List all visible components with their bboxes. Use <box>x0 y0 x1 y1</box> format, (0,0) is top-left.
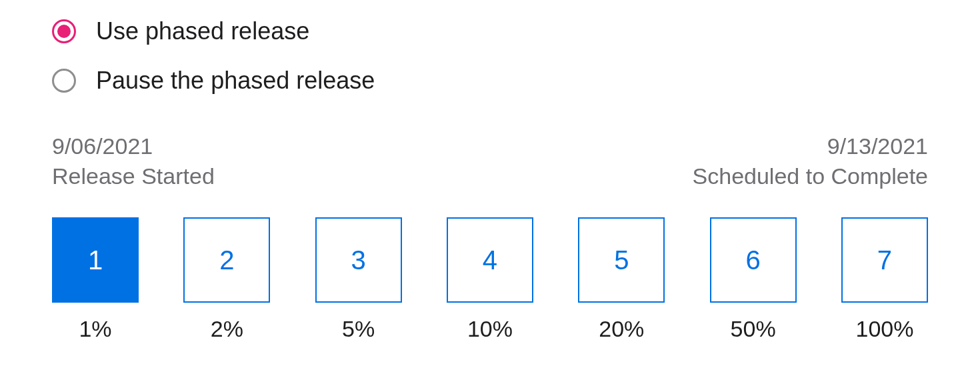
radio-pause-phased[interactable]: Pause the phased release <box>52 67 928 95</box>
day-item-5: 5 20% <box>578 217 665 342</box>
start-label: Release Started <box>52 163 215 189</box>
day-box-1[interactable]: 1 <box>52 217 139 303</box>
radio-group: Use phased release Pause the phased rele… <box>52 17 928 95</box>
day-box-4[interactable]: 4 <box>447 217 533 303</box>
end-date: 9/13/2021 <box>827 133 928 159</box>
radio-use-phased[interactable]: Use phased release <box>52 17 928 45</box>
radio-button-icon <box>52 69 76 93</box>
day-box-5[interactable]: 5 <box>578 217 665 303</box>
day-item-6: 6 50% <box>710 217 797 342</box>
day-percent-1: 1% <box>79 316 111 342</box>
day-box-2[interactable]: 2 <box>183 217 270 303</box>
radio-label-pause-phased: Pause the phased release <box>96 67 375 95</box>
end-label: Scheduled to Complete <box>693 163 928 189</box>
dates-row: 9/06/2021 Release Started 9/13/2021 Sche… <box>52 133 928 189</box>
day-item-2: 2 2% <box>183 217 270 342</box>
radio-label-use-phased: Use phased release <box>96 17 309 45</box>
day-percent-7: 100% <box>855 316 913 342</box>
release-start-info: 9/06/2021 Release Started <box>52 133 215 189</box>
day-percent-5: 20% <box>599 316 644 342</box>
day-box-7[interactable]: 7 <box>841 217 928 303</box>
day-item-1: 1 1% <box>52 217 139 342</box>
radio-button-icon <box>52 19 76 43</box>
day-percent-6: 50% <box>731 316 776 342</box>
days-row: 1 1% 2 2% 3 5% 4 10% 5 20% 6 50% 7 100% <box>52 217 928 342</box>
release-complete-info: 9/13/2021 Scheduled to Complete <box>693 133 928 189</box>
start-date: 9/06/2021 <box>52 133 215 159</box>
day-box-6[interactable]: 6 <box>710 217 797 303</box>
radio-dot-icon <box>57 25 71 38</box>
day-box-3[interactable]: 3 <box>315 217 402 303</box>
day-item-7: 7 100% <box>841 217 928 342</box>
day-percent-3: 5% <box>342 316 375 342</box>
day-item-4: 4 10% <box>447 217 533 342</box>
day-percent-4: 10% <box>467 316 513 342</box>
day-item-3: 3 5% <box>315 217 402 342</box>
day-percent-2: 2% <box>211 316 243 342</box>
